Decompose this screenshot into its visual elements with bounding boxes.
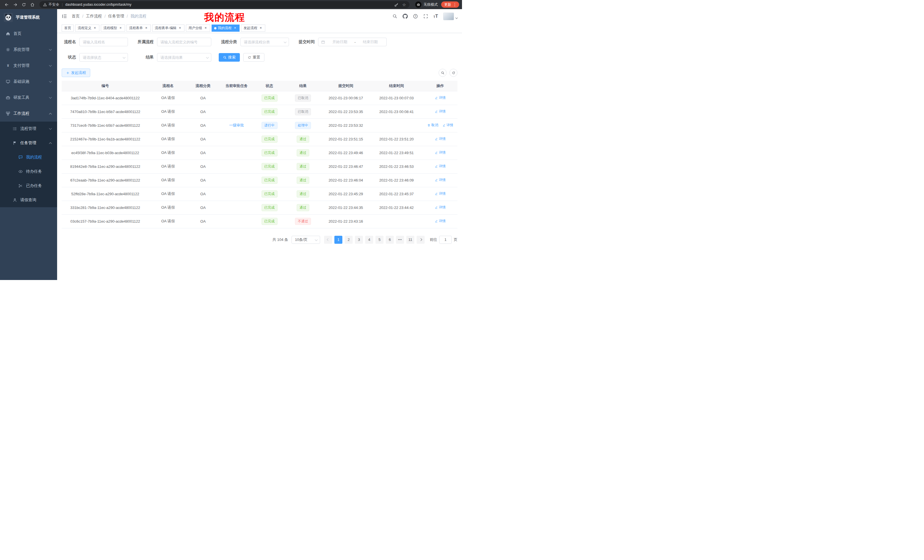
table-header-row: 编号流程名流程分类当前审批任务状态结果提交时间结束时间操作 [62,81,458,91]
sidebar-item-leave-query[interactable]: 请假查询 [0,193,57,207]
detail-action-link[interactable]: 详情 [435,219,446,223]
page-button-2[interactable]: 2 [345,236,352,244]
sidebar-item-my-process[interactable]: 我的流程 [0,150,57,165]
sidebar-item-process-manage[interactable]: 流程管理 [0,121,57,136]
goto-page-input[interactable] [439,236,452,244]
fullscreen-icon[interactable] [423,14,428,19]
page-button-3[interactable]: 3 [355,236,363,244]
kebab-menu-icon[interactable]: ⋮ [452,3,458,7]
refresh-table-button[interactable] [449,69,458,77]
chevron-up-icon [49,113,52,115]
cell-process-id: 7317cec6-7b9b-11ec-b5b7-acde48001122 [62,118,149,132]
sidebar-item-workflow[interactable]: 工作流程 [0,106,57,121]
detail-action-link[interactable]: 详情 [435,95,446,100]
page-size-value[interactable] [291,236,320,244]
sidebar-item-system[interactable]: 系统管理 [0,42,57,58]
toggle-search-button[interactable] [439,69,447,77]
cancel-action-link[interactable]: 取消 [427,123,438,127]
breadcrumb-item-home[interactable]: 首页 [72,14,80,19]
detail-action-link[interactable]: 详情 [435,178,446,183]
detail-action-link[interactable]: 详情 [435,136,446,141]
close-icon[interactable]: × [259,26,263,30]
submit-time-range-picker[interactable]: 开始日期 - 结束日期 [318,38,387,46]
tab-home[interactable]: 首页 [62,24,74,32]
tab-process-form-edit[interactable]: 流程表单-编辑× [152,24,184,32]
prev-page-button[interactable] [324,236,332,244]
category-select[interactable] [240,38,289,46]
sidebar-item-done-tasks[interactable]: 已办任务 [0,179,57,193]
github-icon[interactable] [403,14,408,19]
cell-end-time: 2022-01-22 23:46:53 [370,160,423,173]
forward-button[interactable] [11,1,19,8]
status-select-input[interactable] [80,53,128,61]
next-page-button[interactable] [417,236,424,244]
detail-action-link[interactable]: 详情 [435,191,446,196]
help-icon[interactable]: ? [413,14,418,19]
home-button[interactable] [28,1,36,8]
search-icon[interactable] [392,14,398,19]
tab-process-form[interactable]: 流程表单× [126,24,151,32]
result-tag: 不通过 [295,218,311,225]
detail-action-link[interactable]: 详情 [435,109,446,114]
warning-icon [43,3,47,7]
detail-action-link[interactable]: 详情 [435,164,446,169]
process-name-input[interactable] [80,38,128,46]
page-button-1[interactable]: 1 [334,236,342,244]
browser-update-button[interactable]: 更新 ⋮ [441,1,459,8]
current-task-link[interactable]: 一级审批 [229,123,244,127]
page-size-select[interactable] [291,236,320,244]
page-button-11[interactable]: 11 [406,236,414,244]
chevron-down-icon [455,16,458,18]
tab-label: 流程定义 [78,26,92,30]
search-button[interactable]: 搜索 [219,53,240,61]
app-logo[interactable]: 芋道管理系统 [0,9,57,26]
sidebar-item-infrastructure[interactable]: 基础设施 [0,73,57,90]
back-button[interactable] [3,1,10,8]
tab-my-process[interactable]: 我的流程× [212,24,240,32]
cell-actions: 详情 [423,91,458,105]
close-icon[interactable]: × [204,26,208,30]
sidebar-item-task-manage[interactable]: 任务管理 [0,136,57,150]
sidebar-item-todo-tasks[interactable]: 待办任务 [0,165,57,179]
breadcrumb-item-workflow[interactable]: 工作流程 [86,14,102,19]
reset-button[interactable]: 重置 [243,53,264,61]
sidebar-item-home[interactable]: 首页 [0,26,57,42]
bookmark-star-icon[interactable]: ☆ [402,3,406,7]
close-icon[interactable]: × [93,26,97,30]
page-button-6[interactable]: 6 [386,236,394,244]
result-select[interactable] [157,53,211,61]
user-avatar-menu[interactable] [443,13,458,20]
result-select-input[interactable] [157,53,211,61]
cell-submit-time: 2022-01-22 23:53:35 [321,105,370,118]
cell-result: 通过 [284,187,321,201]
font-size-icon[interactable]: TT [434,14,438,18]
detail-action-link[interactable]: 详情 [435,205,446,210]
tab-start-process[interactable]: 发起流程× [241,24,265,32]
status-select[interactable] [80,53,128,61]
sidebar-item-dev-tools[interactable]: 研发工具 [0,90,57,106]
detail-action-link[interactable]: 详情 [442,123,453,127]
password-key-icon[interactable] [394,2,399,7]
column-header: 流程分类 [188,81,219,91]
close-icon[interactable]: × [144,26,148,30]
tab-process-model[interactable]: 流程模型× [101,24,125,32]
close-icon[interactable]: × [233,26,237,30]
table-row: 03c6c157-7b9a-11ec-a290-acde48001122OA 请… [62,214,458,228]
page-button-5[interactable]: 5 [375,236,384,244]
address-bar[interactable]: 不安全 | dashboard.yudao.iocoder.cn/bpm/tas… [39,1,410,8]
breadcrumb-item-task-manage[interactable]: 任务管理 [108,14,124,19]
tab-user-group[interactable]: 用户分组× [186,24,210,32]
tab-process-definition[interactable]: 流程定义× [75,24,99,32]
parent-process-input[interactable] [157,38,211,46]
reload-button[interactable] [20,1,27,8]
page-ellipsis-button[interactable]: ••• [396,236,404,244]
category-select-input[interactable] [240,38,289,46]
close-icon[interactable]: × [178,26,182,30]
cell-result: 通过 [284,146,321,160]
close-icon[interactable]: × [118,26,123,30]
start-process-button[interactable]: 发起流程 [62,69,90,77]
page-button-4[interactable]: 4 [365,236,373,244]
detail-action-link[interactable]: 详情 [435,150,446,155]
sidebar-toggle-icon[interactable] [62,13,68,19]
sidebar-item-payment[interactable]: ¥支付管理 [0,58,57,73]
